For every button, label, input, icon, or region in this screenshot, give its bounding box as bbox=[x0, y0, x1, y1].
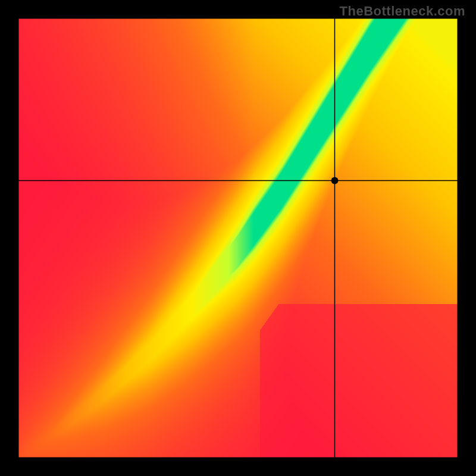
chart-container: TheBottleneck.com bbox=[0, 0, 476, 476]
heatmap-canvas bbox=[18, 18, 458, 458]
watermark-text: TheBottleneck.com bbox=[340, 4, 465, 19]
heatmap-plot bbox=[18, 18, 458, 458]
